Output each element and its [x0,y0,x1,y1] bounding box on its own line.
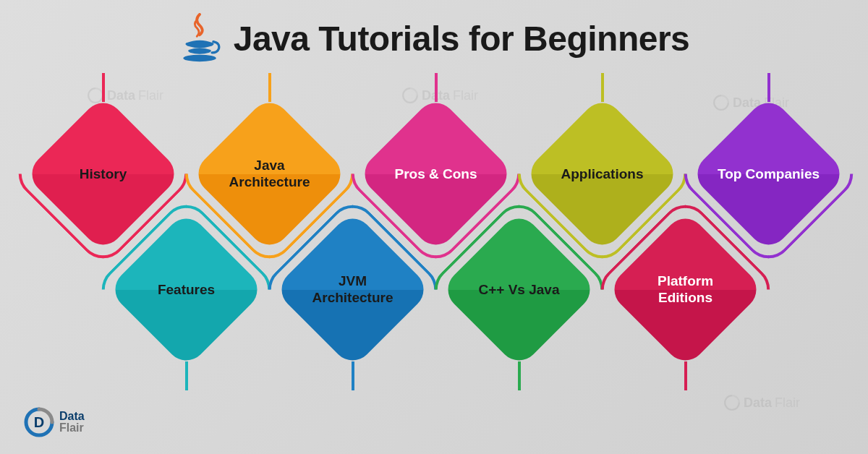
topic-tile[interactable]: Top Companies [712,118,825,230]
svg-text:D: D [34,414,44,430]
tile-stem-top [102,73,105,102]
tile-label: Top Companies [712,166,825,183]
tile-label: JavaArchitecture [213,157,326,192]
tile-label: Pros & Cons [380,166,492,183]
tile-stem-bottom [684,361,687,390]
tile-stem-top [767,73,770,102]
tile-stem-top [435,73,438,102]
topic-tile[interactable]: Pros & Cons [380,118,492,230]
page-title: Java Tutorials for Beginners [234,19,690,59]
topic-tile[interactable]: C++ Vs Java [463,234,575,346]
tile-stem-top [268,73,271,102]
topic-tile[interactable]: Features [130,234,242,346]
header: Java Tutorials for Beginners [0,0,868,64]
tile-label: Platform Editions [629,273,741,307]
tile-stem-bottom [352,361,354,390]
brand-name-bottom: Flair [59,421,84,434]
tile-label: History [47,166,159,183]
tile-stem-bottom [185,361,188,390]
topics-diagram: HistoryJavaArchitecturePros & ConsApplic… [0,78,868,425]
tile-label: Applications [546,166,658,183]
brand-logo-icon: D [23,406,55,438]
topic-tile[interactable]: Platform Editions [629,234,741,346]
tile-label: C++ Vs Java [463,281,575,299]
tile-stem-bottom [518,361,521,390]
java-logo-icon [179,13,221,64]
brand-logo: D Data Flair [23,406,85,438]
tile-stem-top [601,73,604,102]
svg-point-0 [183,55,216,61]
topic-tile[interactable]: JVMArchitecture [297,234,409,346]
tile-label: JVMArchitecture [297,273,409,307]
topic-tile[interactable]: Applications [546,118,658,230]
tile-label: Features [130,281,242,299]
brand-name-top: Data [59,410,85,422]
topic-tile[interactable]: History [47,118,159,230]
brand-logo-text: Data Flair [59,411,85,434]
topic-tile[interactable]: JavaArchitecture [213,118,326,230]
